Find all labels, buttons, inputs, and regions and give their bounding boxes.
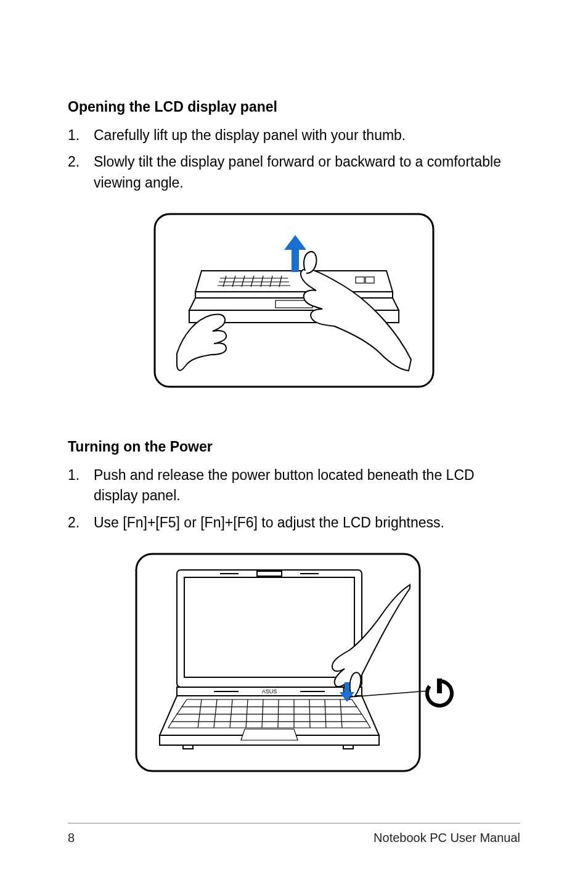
svg-marker-35 bbox=[177, 707, 362, 714]
list-item: 1. Push and release the power button loc… bbox=[68, 465, 520, 506]
svg-rect-15 bbox=[356, 277, 364, 283]
svg-rect-49 bbox=[183, 745, 193, 749]
page-footer: 8 Notebook PC User Manual bbox=[68, 823, 520, 845]
power-icon bbox=[422, 676, 454, 711]
step-number: 1. bbox=[68, 465, 94, 506]
svg-rect-56 bbox=[437, 679, 442, 693]
svg-rect-16 bbox=[365, 277, 374, 283]
step-number: 2. bbox=[68, 513, 94, 533]
svg-marker-36 bbox=[172, 714, 367, 722]
list-item: 2. Slowly tilt the display panel forward… bbox=[68, 152, 520, 193]
svg-marker-34 bbox=[182, 699, 357, 707]
step-text: Use [Fn]+[F5] or [Fn]+[F6] to adjust the… bbox=[94, 513, 520, 533]
svg-rect-20 bbox=[292, 247, 299, 272]
section2-heading: Turning on the Power bbox=[68, 439, 520, 455]
illustration-open-lcd bbox=[68, 212, 520, 389]
section1-steps: 1. Carefully lift up the display panel w… bbox=[68, 125, 520, 193]
step-number: 1. bbox=[68, 125, 94, 146]
section1-heading: Opening the LCD display panel bbox=[68, 99, 520, 115]
section2-steps: 1. Push and release the power button loc… bbox=[68, 465, 520, 533]
svg-marker-48 bbox=[241, 729, 298, 740]
svg-rect-25 bbox=[257, 571, 282, 576]
footer-title: Notebook PC User Manual bbox=[374, 831, 520, 845]
svg-rect-24 bbox=[184, 577, 354, 677]
step-number: 2. bbox=[68, 152, 94, 193]
list-item: 2. Use [Fn]+[F5] or [Fn]+[F6] to adjust … bbox=[68, 513, 520, 533]
step-text: Push and release the power button locate… bbox=[94, 465, 520, 506]
svg-text:ASUS: ASUS bbox=[262, 688, 277, 695]
illustration-power-on: ASUS bbox=[68, 551, 520, 774]
list-item: 1. Carefully lift up the display panel w… bbox=[68, 125, 520, 146]
page-number: 8 bbox=[68, 831, 75, 845]
svg-rect-50 bbox=[343, 745, 353, 749]
step-text: Carefully lift up the display panel with… bbox=[94, 125, 520, 146]
svg-marker-4 bbox=[195, 292, 393, 298]
step-text: Slowly tilt the display panel forward or… bbox=[94, 152, 520, 193]
